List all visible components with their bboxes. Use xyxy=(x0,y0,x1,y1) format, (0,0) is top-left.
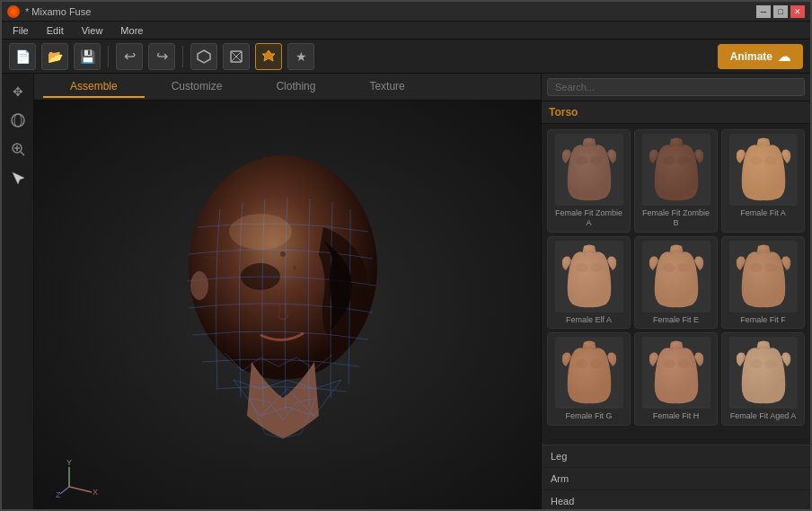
bottom-cat-arm[interactable]: Arm xyxy=(542,468,810,490)
zoom-tool-btn[interactable] xyxy=(5,137,31,162)
svg-point-12 xyxy=(229,214,292,250)
bottom-categories: LegArmHead xyxy=(542,445,810,511)
part-label-1: Female Fit Zombie B xyxy=(639,208,713,228)
svg-line-4 xyxy=(21,152,24,155)
cloud-icon: ☁ xyxy=(778,49,790,64)
render-area[interactable]: Y X Z xyxy=(34,101,541,511)
part-thumb-7 xyxy=(642,337,710,409)
svg-point-25 xyxy=(576,263,588,272)
part-label-5: Female Fit F xyxy=(740,315,786,325)
part-thumb-1 xyxy=(642,134,710,206)
svg-line-17 xyxy=(60,487,69,494)
menu-more[interactable]: More xyxy=(117,23,146,38)
svg-point-35 xyxy=(750,359,763,368)
toolbar-sep-1 xyxy=(108,46,109,67)
svg-point-26 xyxy=(590,263,603,272)
menu-file[interactable]: File xyxy=(9,23,32,38)
toolbar-sep-2 xyxy=(182,46,183,67)
save-btn[interactable]: 💾 xyxy=(74,43,101,70)
move-tool-btn[interactable]: ✥ xyxy=(5,79,31,104)
part-item-1[interactable]: Female Fit Zombie B xyxy=(634,129,718,233)
menu-view[interactable]: View xyxy=(78,23,107,38)
part-item-6[interactable]: Female Fit G xyxy=(547,332,631,426)
axis-indicator: Y X Z xyxy=(56,458,101,500)
select-tool-btn[interactable] xyxy=(5,165,31,190)
redo-btn[interactable]: ↪ xyxy=(148,43,175,70)
svg-point-23 xyxy=(750,156,763,165)
svg-point-31 xyxy=(576,359,588,368)
tabs: Assemble Customize Clothing Texture xyxy=(34,74,541,101)
part-label-4: Female Fit E xyxy=(653,315,699,325)
svg-point-24 xyxy=(764,156,777,165)
category-label: Torso xyxy=(542,101,810,124)
tab-texture[interactable]: Texture xyxy=(342,76,431,98)
svg-point-10 xyxy=(293,266,296,269)
right-panel: Torso Female Fit Zombie A xyxy=(541,74,810,511)
part-item-0[interactable]: Female Fit Zombie A xyxy=(547,129,631,233)
part-thumb-4 xyxy=(642,241,710,313)
part-label-8: Female Fit Aged A xyxy=(730,411,797,421)
svg-point-22 xyxy=(677,156,690,165)
maximize-button[interactable]: □ xyxy=(773,5,788,18)
part-label-0: Female Fit Zombie A xyxy=(552,208,626,228)
svg-text:Z: Z xyxy=(56,490,61,498)
svg-point-30 xyxy=(764,263,777,272)
part-item-7[interactable]: Female Fit H xyxy=(634,332,718,426)
bottom-cat-leg[interactable]: Leg xyxy=(542,445,810,468)
svg-line-15 xyxy=(69,487,92,492)
tab-clothing[interactable]: Clothing xyxy=(249,76,342,98)
svg-point-11 xyxy=(190,271,208,300)
svg-point-9 xyxy=(280,251,286,257)
titlebar: * Mixamo Fuse ─ □ ✕ xyxy=(2,2,810,22)
svg-text:Y: Y xyxy=(66,458,72,467)
part-thumb-0 xyxy=(555,134,623,206)
search-input[interactable] xyxy=(547,78,805,96)
part-thumb-3 xyxy=(555,241,623,313)
toolbar: 📄 📂 💾 ↩ ↪ ★ Animate ☁ xyxy=(2,40,810,74)
part-label-2: Female Fit A xyxy=(740,208,786,218)
shape2-btn[interactable] xyxy=(223,43,250,70)
part-label-7: Female Fit H xyxy=(653,411,700,421)
part-item-5[interactable]: Female Fit F xyxy=(721,236,805,330)
svg-point-33 xyxy=(663,359,675,368)
part-thumb-5 xyxy=(729,241,798,313)
svg-point-21 xyxy=(663,156,675,165)
star-btn[interactable]: ★ xyxy=(287,43,314,70)
tab-assemble[interactable]: Assemble xyxy=(43,76,145,98)
svg-point-20 xyxy=(590,156,603,165)
tab-customize[interactable]: Customize xyxy=(145,76,250,98)
animate-label: Animate xyxy=(730,50,772,63)
titlebar-left: * Mixamo Fuse xyxy=(7,5,91,18)
svg-point-2 xyxy=(14,114,22,127)
svg-point-36 xyxy=(764,359,777,368)
shape1-btn[interactable] xyxy=(190,43,217,70)
svg-point-34 xyxy=(677,359,690,368)
part-item-2[interactable]: Female Fit A xyxy=(721,129,805,233)
orbit-tool-btn[interactable] xyxy=(5,108,31,133)
svg-point-32 xyxy=(590,359,603,368)
shape3-btn[interactable] xyxy=(255,43,282,70)
part-label-3: Female Elf A xyxy=(566,315,612,325)
part-thumb-6 xyxy=(555,337,623,409)
main-content: ✥ Assemble Customize Clothing Texture xyxy=(2,74,810,511)
menu-edit[interactable]: Edit xyxy=(43,23,67,38)
bottom-cat-head[interactable]: Head xyxy=(542,490,810,511)
part-label-6: Female Fit G xyxy=(565,411,612,421)
part-item-8[interactable]: Female Fit Aged A xyxy=(721,332,805,426)
new-file-btn[interactable]: 📄 xyxy=(9,43,36,70)
parts-grid-scroll[interactable]: Female Fit Zombie A Female Fit Zombie B xyxy=(542,124,810,445)
app-icon xyxy=(7,5,20,18)
close-button[interactable]: ✕ xyxy=(790,5,805,18)
part-item-4[interactable]: Female Fit E xyxy=(634,236,718,330)
undo-btn[interactable]: ↩ xyxy=(116,43,143,70)
svg-point-19 xyxy=(576,156,588,165)
left-toolbar: ✥ xyxy=(2,74,34,511)
part-item-3[interactable]: Female Elf A xyxy=(547,236,631,330)
titlebar-title: * Mixamo Fuse xyxy=(25,6,91,17)
part-thumb-2 xyxy=(729,134,798,206)
part-thumb-8 xyxy=(729,337,798,409)
animate-button[interactable]: Animate ☁ xyxy=(718,44,803,69)
viewport[interactable]: Assemble Customize Clothing Texture xyxy=(34,74,541,511)
open-file-btn[interactable]: 📂 xyxy=(41,43,68,70)
minimize-button[interactable]: ─ xyxy=(756,5,771,18)
